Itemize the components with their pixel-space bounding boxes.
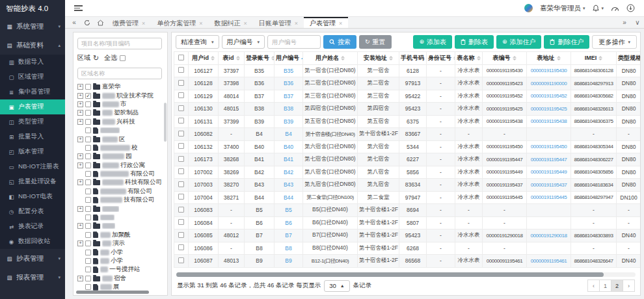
page-button-1[interactable]: 1: [599, 280, 611, 292]
sidebar-item-数据回收站[interactable]: ◉数据回收站: [0, 234, 65, 249]
cell-link[interactable]: B44: [284, 194, 293, 201]
page-size-select[interactable]: 30 ▲: [324, 280, 350, 292]
tree-node-label[interactable]: 有限公司: [100, 170, 155, 178]
tree-node-label[interactable]: 职业技术学院: [102, 92, 154, 100]
column-header-登录账号[interactable]: 登录账号: [245, 52, 275, 65]
tree-node-label[interactable]: 科技有限公司: [102, 178, 162, 187]
cell-link[interactable]: 00000191195452: [531, 93, 567, 99]
tree-node-label[interactable]: 园: [102, 152, 132, 161]
row-checkbox[interactable]: [178, 156, 184, 162]
sidebar-item-版本管理[interactable]: ◰版本管理: [0, 144, 65, 159]
tree-node-label[interactable]: [100, 214, 114, 220]
tree-node[interactable]: +市: [77, 100, 162, 109]
row-checkbox[interactable]: [178, 118, 184, 124]
tree-node-label[interactable]: 校: [100, 144, 138, 152]
sidebar-item-批量导入[interactable]: ⊞批量导入: [0, 129, 65, 144]
cell-link[interactable]: B5: [285, 207, 291, 213]
tree-node-label[interactable]: 宿舍: [102, 274, 126, 283]
tree-node[interactable]: 有限公司: [77, 187, 162, 196]
tree-node[interactable]: +嘉荣华: [77, 83, 162, 91]
sidebar-section-报表管理[interactable]: ▨报表管理▾: [0, 268, 65, 287]
tree-node-label[interactable]: 市: [102, 100, 127, 109]
sort-icon[interactable]: [557, 56, 561, 60]
expand-icon[interactable]: +: [77, 162, 83, 168]
tree-checkbox[interactable]: [85, 223, 91, 229]
page-button-‹[interactable]: ‹: [587, 280, 600, 292]
tree-node[interactable]: +: [77, 222, 162, 230]
page-button-›[interactable]: ›: [623, 280, 635, 292]
tree-node[interactable]: [77, 213, 162, 222]
column-header-用户编号[interactable]: 用户编号: [275, 52, 303, 65]
row-checkbox[interactable]: [178, 244, 184, 250]
row-checkbox[interactable]: [178, 257, 184, 263]
tree-checkbox[interactable]: [85, 284, 91, 290]
tree-checkbox[interactable]: [85, 145, 91, 151]
sidebar-collapse-icon[interactable]: [74, 4, 83, 12]
row-checkbox[interactable]: [178, 131, 184, 136]
expand-icon[interactable]: +: [77, 206, 83, 212]
sort-icon[interactable]: [211, 56, 215, 60]
cell-link[interactable]: B40: [284, 144, 293, 150]
tree-node-label[interactable]: 兴科技: [102, 118, 135, 126]
page-button-2[interactable]: 2: [611, 280, 623, 292]
cell-link[interactable]: 00000191195450: [531, 144, 567, 150]
row-checkbox[interactable]: [178, 181, 184, 187]
cell-link[interactable]: 00000191290018: [531, 233, 567, 239]
add-resident-button[interactable]: ⊕ 添加住户: [496, 35, 542, 49]
sidebar-item-换表记录[interactable]: ⇄换表记录: [0, 219, 65, 234]
cell-link[interactable]: B41: [284, 156, 293, 162]
tree-node-label[interactable]: [102, 206, 119, 212]
tree-checkbox[interactable]: [85, 136, 91, 142]
sort-icon[interactable]: [389, 56, 393, 60]
close-icon[interactable]: ×: [339, 20, 342, 27]
tree-vertical-scrollbar[interactable]: [164, 103, 167, 142]
tabs-scroll-left-icon[interactable]: «: [68, 17, 81, 28]
cell-link[interactable]: 00000191195437: [531, 182, 567, 188]
tree-node[interactable]: 有限公司: [77, 170, 162, 178]
tree-checkbox[interactable]: [85, 240, 91, 246]
cell-link[interactable]: B43: [284, 181, 293, 188]
row-checkbox[interactable]: [178, 219, 184, 225]
tree-checkbox[interactable]: [85, 110, 91, 116]
cell-link[interactable]: 00000191195425: [531, 106, 567, 112]
column-header-用户姓名[interactable]: 用户姓名: [303, 52, 358, 65]
tree-checkbox[interactable]: [85, 258, 91, 264]
tree-checkbox[interactable]: [85, 206, 91, 212]
column-header-用户id[interactable]: 用户id: [189, 52, 219, 65]
close-icon[interactable]: ×: [199, 20, 202, 27]
expand-icon[interactable]: +: [77, 84, 83, 90]
reset-button[interactable]: ↻ 重置: [359, 35, 392, 49]
sidebar-item-批量处理设备[interactable]: ◱批量处理设备: [0, 174, 65, 189]
tree-checkbox[interactable]: [85, 171, 91, 177]
column-header-类型规格[interactable]: 类型规格: [617, 52, 641, 65]
tree-node-label[interactable]: 区: [102, 135, 126, 144]
dashboard-button[interactable]: [611, 5, 619, 12]
sort-icon[interactable]: [477, 56, 481, 60]
tree-node[interactable]: 技有限公司: [77, 196, 162, 204]
expand-icon[interactable]: +: [77, 110, 83, 116]
tree-checkbox[interactable]: [85, 179, 91, 185]
column-header-表名称[interactable]: 表名称: [455, 52, 483, 65]
row-checkbox[interactable]: [178, 168, 184, 174]
tree-checkbox[interactable]: [85, 101, 91, 107]
cell-link[interactable]: 00000191195449: [531, 169, 567, 175]
cell-link[interactable]: B4: [285, 131, 291, 137]
column-header-身份证号[interactable]: 身份证号: [427, 52, 455, 65]
table-horizontal-scrollbar[interactable]: [176, 272, 604, 277]
fullscreen-button[interactable]: [626, 4, 635, 12]
tree-checkbox[interactable]: [85, 197, 91, 203]
expand-icon[interactable]: +: [77, 101, 83, 107]
row-checkbox[interactable]: [178, 232, 184, 238]
tree-node-label[interactable]: 小学: [100, 257, 123, 265]
cell-link[interactable]: B8: [285, 245, 291, 252]
sidebar-item-NB-IOT电表[interactable]: ◧NB-IOT电表: [0, 189, 65, 204]
sidebar-item-类型管理[interactable]: ◫类型管理: [0, 114, 65, 129]
refresh-tab-icon[interactable]: [81, 17, 94, 28]
project-search-input[interactable]: [77, 38, 162, 49]
cell-link[interactable]: 00000191195430: [531, 68, 567, 73]
cell-link[interactable]: B6: [285, 220, 291, 226]
column-header-手机号码[interactable]: 手机号码: [399, 52, 427, 65]
tab-日账单管理[interactable]: 日账单管理×: [253, 17, 304, 28]
cell-link[interactable]: B37: [284, 93, 293, 99]
tree-node-label[interactable]: 嘉荣华: [102, 83, 121, 91]
